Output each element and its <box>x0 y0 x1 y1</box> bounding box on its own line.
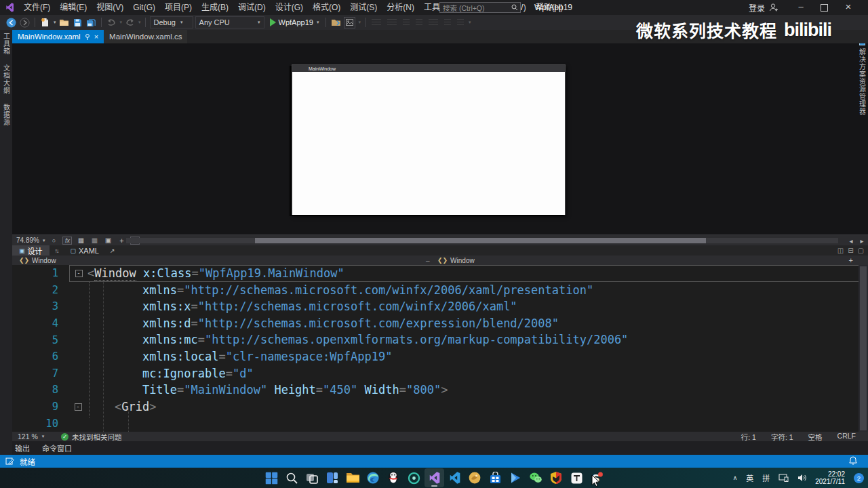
comment-icon[interactable] <box>372 19 381 26</box>
open-folder-icon[interactable] <box>58 17 70 28</box>
app-circle-icon[interactable] <box>404 468 424 487</box>
redo-dropdown-icon[interactable]: ▾ <box>138 20 141 25</box>
designer-zoom-dropdown[interactable]: 74.89% ▾ <box>16 237 45 244</box>
prev-bookmark-icon[interactable] <box>444 19 451 26</box>
panel-tab-数据源[interactable]: 数据源 <box>1 104 12 126</box>
tray-overflow-icon[interactable]: ∧ <box>733 474 738 481</box>
xaml-code-editor[interactable]: 1-<Window x:Class="WpfApp19.MainWindow"2… <box>12 265 868 432</box>
collapse-region-icon[interactable]: - <box>75 270 83 277</box>
solution-configuration-dropdown[interactable]: Debug▾ <box>150 16 193 28</box>
line-ending-indicator[interactable]: CRLF <box>837 432 856 442</box>
menu-item[interactable]: 文件(F) <box>19 0 55 15</box>
preview-window-body[interactable] <box>292 72 565 215</box>
volume-icon[interactable] <box>797 474 806 482</box>
panel-tab-解决方案资源管理器[interactable]: 解决方案资源管理器 <box>857 48 867 115</box>
show-grid-icon[interactable] <box>76 237 85 245</box>
menu-item[interactable]: 调试(D) <box>233 0 271 15</box>
scroll-left-icon[interactable]: ◂ <box>846 237 856 245</box>
minimize-button[interactable] <box>791 0 811 15</box>
breadcrumb-element-left[interactable]: ❮❯ Window <box>12 257 56 264</box>
designer-scrollbar-thumb[interactable] <box>255 238 706 243</box>
snapping-icon[interactable] <box>103 237 113 245</box>
preview-icon[interactable] <box>344 17 355 28</box>
save-icon[interactable] <box>72 17 83 28</box>
wechat-icon[interactable] <box>526 468 546 487</box>
start-icon[interactable] <box>262 468 281 487</box>
navigate-forward-icon[interactable] <box>19 17 31 28</box>
notifications-bell-icon[interactable] <box>849 456 857 465</box>
code-line-10[interactable]: 10 <box>12 415 868 432</box>
visual-studio-blue-icon[interactable] <box>445 468 465 487</box>
editor-scrollbar-thumb[interactable] <box>860 266 867 430</box>
typora-icon[interactable] <box>567 468 587 487</box>
scroll-right-icon[interactable]: ▸ <box>857 237 867 245</box>
horizontal-split-icon[interactable]: ⊟ <box>848 247 853 254</box>
app-yellow-icon[interactable] <box>465 468 485 487</box>
breadcrumb-element-right[interactable]: ❮❯ Window <box>437 257 475 264</box>
navigate-back-icon[interactable] <box>5 17 17 28</box>
swap-panes-icon[interactable]: ↑↓ <box>50 247 64 254</box>
code-line-8[interactable]: 8 Title="MainWindow" Height="450" Width=… <box>12 382 868 399</box>
app-arrow-icon[interactable] <box>506 468 526 487</box>
pin-tab-icon[interactable] <box>85 34 90 40</box>
clock[interactable]: 22:02 2021/7/11 <box>815 470 845 486</box>
save-all-icon[interactable] <box>85 17 97 28</box>
increase-indent-icon[interactable] <box>416 19 422 26</box>
undo-icon[interactable] <box>106 17 117 28</box>
menu-item[interactable]: Git(G) <box>128 0 160 15</box>
code-line-4[interactable]: 4 xmlns:d="http://schemas.microsoft.com/… <box>12 315 868 332</box>
widgets-icon[interactable] <box>323 468 342 487</box>
visual-studio-icon[interactable] <box>425 468 444 487</box>
popout-pane-icon[interactable]: ↗ <box>106 247 119 254</box>
code-line-2[interactable]: 2 xmlns="http://schemas.microsoft.com/wi… <box>12 282 868 299</box>
menu-item[interactable]: 视图(V) <box>92 0 128 15</box>
sign-in-button[interactable]: 登录 <box>749 0 778 15</box>
design-preview-window[interactable]: MainWindow <box>292 64 566 215</box>
collapse-region-icon[interactable]: - <box>75 403 82 411</box>
undo-dropdown-icon[interactable]: ▾ <box>120 20 123 25</box>
file-explorer-icon[interactable] <box>343 468 363 487</box>
code-line-1[interactable]: 1-<Window x:Class="WpfApp19.MainWindow" <box>12 265 868 282</box>
close-tab-icon[interactable]: × <box>94 33 98 41</box>
microsoft-store-icon[interactable] <box>486 468 505 487</box>
document-health-indicator[interactable]: ✓ 未找到相关问题 <box>61 432 122 442</box>
edge-icon[interactable] <box>363 468 383 487</box>
bottom-tab-输出[interactable]: 输出 <box>15 443 30 453</box>
notification-count-badge[interactable]: 2 <box>854 473 864 483</box>
menu-item[interactable]: 编辑(E) <box>55 0 92 15</box>
code-line-7[interactable]: 7 mc:Ignorable="d" <box>12 365 868 382</box>
start-debugging-button[interactable]: WpfApp19 ▾ <box>267 18 322 26</box>
code-line-9[interactable]: 9- <Grid> <box>12 399 868 415</box>
doc-tab-MainWindow.xaml.cs[interactable]: MainWindow.xaml.cs <box>104 30 187 43</box>
bottom-tab-命令窗口[interactable]: 命令窗口 <box>42 443 72 453</box>
menu-item[interactable]: 分析(N) <box>382 0 419 15</box>
spaces-indicator[interactable]: 空格 <box>808 432 823 442</box>
menu-item[interactable]: 测试(S) <box>345 0 382 15</box>
menu-item[interactable]: 设计(G) <box>271 0 308 15</box>
add-pane-icon[interactable]: + <box>849 256 853 264</box>
code-line-5[interactable]: 5 xmlns:mc="http://schemas.openxmlformat… <box>12 331 868 348</box>
effects-toggle-icon[interactable] <box>62 237 72 245</box>
uncomment-icon[interactable] <box>387 19 397 26</box>
new-file-icon[interactable] <box>39 17 51 28</box>
guides-icon[interactable] <box>117 237 126 245</box>
code-line-6[interactable]: 6 xmlns:local="clr-namespace:WpfApp19" <box>12 348 868 365</box>
close-button[interactable] <box>838 0 859 15</box>
search-input[interactable]: 搜索 (Ctrl+Q) <box>439 2 521 13</box>
zoom-to-fit-icon[interactable] <box>49 237 58 245</box>
qq-icon[interactable] <box>384 468 403 487</box>
code-line-3[interactable]: 3 xmlns:x="http://schemas.microsoft.com/… <box>12 298 868 315</box>
cast-display-icon[interactable] <box>778 474 789 482</box>
ime-mode-indicator[interactable]: 拼 <box>762 472 770 483</box>
snap-grid-icon[interactable] <box>90 237 99 245</box>
editor-vertical-scrollbar[interactable] <box>859 265 868 432</box>
redo-icon[interactable] <box>124 17 136 28</box>
tab-design[interactable]: ▣ 设计 <box>12 245 50 256</box>
bookmark-icon[interactable] <box>429 19 438 26</box>
line-indicator[interactable]: 行: 1 <box>741 432 756 442</box>
panel-tab-工具箱[interactable]: 工具箱 <box>1 33 12 55</box>
expand-pane-icon[interactable]: ▢ <box>858 247 864 254</box>
search-icon[interactable] <box>282 468 302 487</box>
menu-item[interactable]: 项目(P) <box>160 0 197 15</box>
menu-item[interactable]: 格式(O) <box>308 0 345 15</box>
